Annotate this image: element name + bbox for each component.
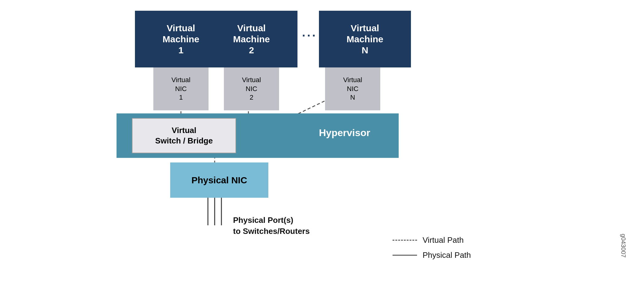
vsw-label: Virtual Switch / Bridge xyxy=(155,125,213,146)
solid-line-icon xyxy=(393,255,417,256)
vnicn-box: Virtual NIC N xyxy=(325,67,380,110)
virtual-path-label: Virtual Path xyxy=(423,235,464,245)
legend-area: Virtual Path Physical Path xyxy=(393,235,471,265)
diagram-container: Virtual Machine 1 Virtual Machine 2 ... … xyxy=(0,0,644,286)
dashed-line-icon xyxy=(393,240,417,241)
dots-label: ... xyxy=(302,26,317,39)
physical-nic-box: Physical NIC xyxy=(170,162,268,198)
vnic1-label: Virtual NIC 1 xyxy=(171,76,190,102)
physical-path-label: Physical Path xyxy=(423,250,471,260)
vmn-box: Virtual Machine N xyxy=(319,11,411,67)
legend-virtual-path: Virtual Path xyxy=(393,235,471,245)
vm2-box: Virtual Machine 2 xyxy=(205,11,297,67)
vnic2-label: Virtual NIC 2 xyxy=(242,76,261,102)
virtual-switch-box: Virtual Switch / Bridge xyxy=(132,118,236,153)
watermark-label: g043007 xyxy=(620,234,627,258)
legend-physical-path: Physical Path xyxy=(393,250,471,260)
vnic2-box: Virtual NIC 2 xyxy=(224,67,279,110)
vnicn-label: Virtual NIC N xyxy=(343,76,362,102)
physical-ports-text: Physical Port(s) to Switches/Routers xyxy=(233,215,310,237)
hypervisor-label: Hypervisor xyxy=(319,127,370,139)
vnic1-box: Virtual NIC 1 xyxy=(153,67,209,110)
vm1-label: Virtual Machine 1 xyxy=(163,23,199,56)
phys-ports-label: Physical Port(s) to Switches/Routers xyxy=(233,215,310,236)
vm2-label: Virtual Machine 2 xyxy=(233,23,270,56)
pnic-label: Physical NIC xyxy=(191,175,247,185)
vmn-label: Virtual Machine N xyxy=(347,23,383,56)
